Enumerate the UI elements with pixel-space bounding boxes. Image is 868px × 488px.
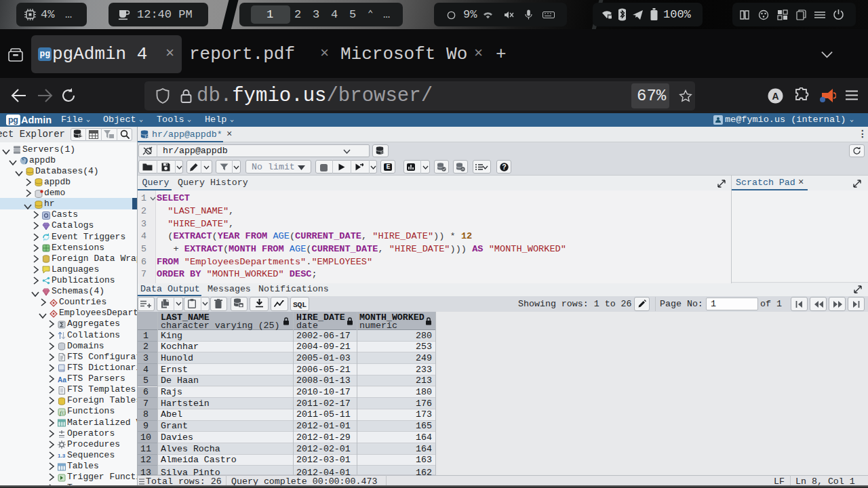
svg-text:A: A <box>772 91 778 102</box>
svg-text:1.3: 1.3 <box>58 453 66 459</box>
svg-text:Aa: Aa <box>58 376 66 384</box>
svg-text:?: ? <box>502 163 506 171</box>
svg-text:(): () <box>62 411 66 415</box>
